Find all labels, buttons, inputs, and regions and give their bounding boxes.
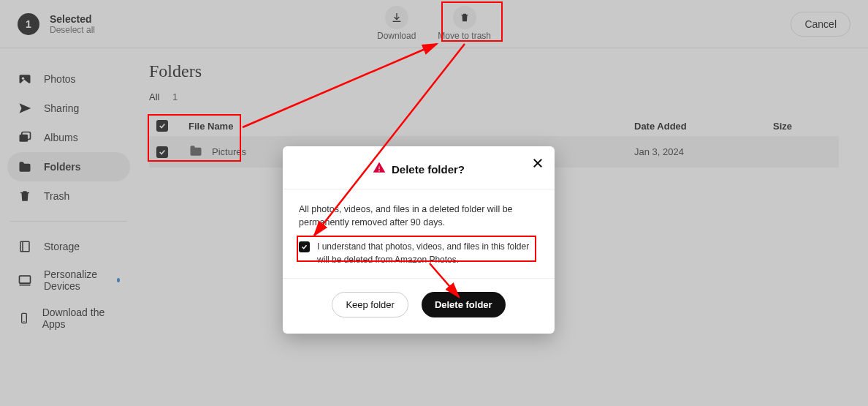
folder-icon (18, 159, 32, 174)
sidebar-item-storage[interactable]: Storage (7, 232, 130, 261)
selection-toolbar: 1 Selected Deselect all Download Move to… (0, 0, 868, 48)
download-icon (385, 6, 408, 29)
download-action[interactable]: Download (377, 6, 416, 41)
keep-folder-button[interactable]: Keep folder (332, 292, 408, 317)
modal-title: Delete folder? (392, 163, 465, 176)
trash-nav-icon (18, 189, 32, 203)
sidebar-item-download-apps[interactable]: Download the Apps (7, 299, 130, 337)
sidebar-item-albums[interactable]: Albums (7, 123, 130, 152)
col-date[interactable]: Date Added (634, 121, 773, 132)
sidebar-item-sharing[interactable]: Sharing (7, 94, 130, 123)
col-name[interactable]: File Name (189, 121, 634, 132)
warning-icon (373, 161, 386, 177)
sidebar-item-label: Sharing (44, 102, 79, 114)
photo-icon (18, 72, 32, 86)
select-all-checkbox[interactable] (156, 120, 168, 132)
svg-rect-6 (20, 276, 31, 283)
sidebar-item-label: Trash (44, 190, 69, 202)
sidebar-item-label: Download the Apps (42, 307, 120, 330)
row-date: Jan 3, 2024 (634, 146, 773, 157)
cancel-button[interactable]: Cancel (791, 12, 850, 37)
sidebar: Photos Sharing Albums Folders Trash (0, 48, 134, 406)
trash-icon (453, 6, 476, 29)
col-size[interactable]: Size (773, 121, 831, 132)
albums-icon (18, 130, 32, 145)
selected-label: Selected (50, 13, 95, 25)
sidebar-item-photos[interactable]: Photos (7, 64, 130, 94)
sidebar-item-folders[interactable]: Folders (7, 152, 130, 181)
modal-warning-text: All photos, videos, and files in a delet… (299, 203, 538, 229)
svg-rect-4 (20, 241, 29, 252)
row-checkbox[interactable] (156, 146, 168, 158)
filter-bar: All 1 (149, 91, 839, 102)
mobile-icon (18, 311, 31, 326)
row-name: Pictures (212, 146, 246, 157)
notification-dot-icon (117, 278, 120, 282)
svg-rect-2 (20, 135, 28, 142)
filter-all[interactable]: All (149, 91, 159, 102)
sidebar-item-label: Albums (44, 132, 78, 143)
consent-text: I understand that photos, videos, and fi… (317, 241, 538, 266)
storage-icon (18, 239, 32, 254)
sidebar-item-personalize-devices[interactable]: Personalize Devices (7, 261, 130, 299)
sidebar-item-label: Personalize Devices (44, 268, 105, 292)
deselect-all-link[interactable]: Deselect all (50, 25, 95, 35)
selection-count-badge: 1 (18, 13, 39, 35)
modal-close-button[interactable] (531, 157, 544, 173)
page-title: Folders (149, 61, 839, 81)
delete-folder-modal: Delete folder? All photos, videos, and f… (283, 146, 555, 334)
device-icon (18, 273, 32, 287)
move-to-trash-label: Move to trash (438, 31, 491, 41)
send-icon (18, 101, 32, 116)
svg-point-1 (22, 78, 24, 80)
delete-folder-button[interactable]: Delete folder (422, 292, 506, 317)
download-label: Download (377, 31, 416, 41)
sidebar-item-label: Folders (44, 161, 81, 173)
consent-checkbox[interactable] (299, 241, 310, 252)
move-to-trash-action[interactable]: Move to trash (438, 6, 491, 41)
sidebar-item-label: Storage (44, 241, 80, 252)
filter-count: 1 (172, 91, 178, 102)
table-header: File Name Date Added Size (149, 116, 839, 136)
sidebar-item-label: Photos (44, 73, 76, 85)
sidebar-divider (10, 221, 127, 222)
consent-row[interactable]: I understand that photos, videos, and fi… (299, 238, 538, 271)
folder-row-icon (189, 143, 203, 160)
sidebar-item-trash[interactable]: Trash (7, 181, 130, 211)
selection-summary: 1 Selected Deselect all (18, 13, 95, 35)
